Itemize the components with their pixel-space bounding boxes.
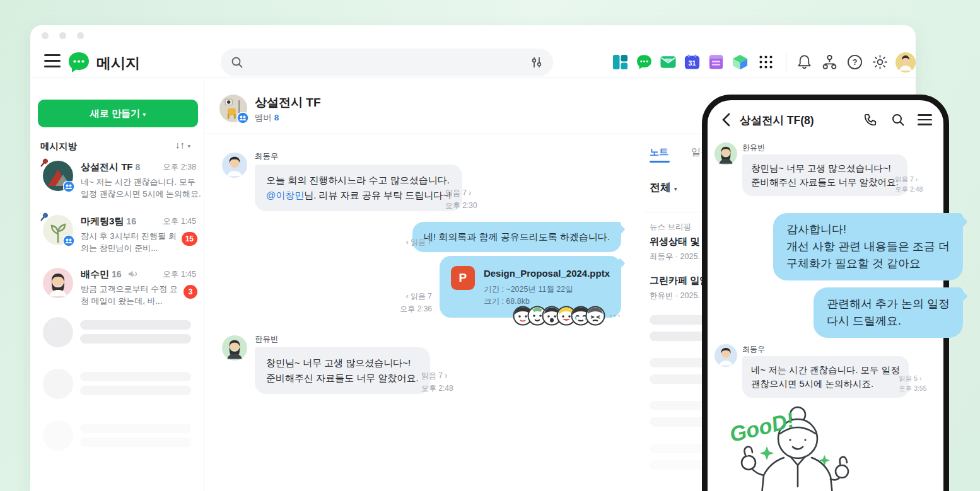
message-time: 오후 2:48 <box>895 185 923 193</box>
phone-mockup: 상설전시 TF(8) 한유빈 창민님~ 너무 고생 많으셨습니다~!준비해주신 … <box>702 95 949 491</box>
read-receipt[interactable]: ‹ 읽음 7오후 2:36 <box>400 290 432 315</box>
tab-underline <box>650 161 670 163</box>
chat-app-icon[interactable] <box>636 54 653 71</box>
caret-down-icon: ▾ <box>143 111 146 118</box>
group-badge-icon <box>237 112 248 124</box>
mention-link[interactable]: @이창민 <box>266 190 304 200</box>
tab-note[interactable]: 노트 <box>650 146 668 158</box>
chat-preview: 방금 고객으로부터 수정 요청 메일이 왔는데, 바... <box>81 283 180 307</box>
search-icon <box>231 56 243 69</box>
pin-icon <box>39 158 50 168</box>
sender-name: 최동우 <box>255 151 279 162</box>
svg-text:?: ? <box>853 58 858 67</box>
file-name: Design_Proposal_2024.pptx <box>484 266 610 281</box>
message-app-logo-icon[interactable] <box>67 50 91 74</box>
member-count[interactable]: 멤버 8 <box>255 112 279 124</box>
chat-list-item-marketing[interactable]: 마케팅3팀16 오후 1:45 잠시 후 3시부터 진행될 회의는 창민님이 준… <box>30 213 204 266</box>
read-receipt[interactable]: 읽음 7 ›오후 2:48 <box>895 174 923 194</box>
sender-avatar <box>222 335 247 361</box>
chatroom-avatar <box>43 268 73 298</box>
message-bubble-outgoing[interactable]: 관련해서 추가 논의 일정다시 드릴께요. <box>814 287 963 338</box>
phone-chat-title: 상설전시 TF(8) <box>740 113 814 128</box>
chatroom-section-title: 메시지방 <box>40 141 77 153</box>
unread-badge: 15 <box>182 232 197 246</box>
call-icon[interactable] <box>863 113 877 127</box>
profile-avatar[interactable] <box>895 52 916 72</box>
header-divider <box>786 53 786 72</box>
good-sticker: GooD! <box>723 398 858 491</box>
message-bubble-outgoing[interactable]: 네! 회의록과 함께 공유드리도록 하겠습니다. <box>412 222 621 252</box>
settings-gear-icon[interactable] <box>872 54 889 71</box>
caret-down-icon: ▾ <box>674 185 677 192</box>
message-time: 오후 2:30 <box>445 201 477 210</box>
message-bubble[interactable]: 네~ 저는 시간 괜찮습니다. 모두 일정괜찮으시면 5시에 논의하시죠. <box>742 356 909 398</box>
sender-avatar <box>715 344 737 367</box>
notes-app-icon[interactable] <box>708 54 725 71</box>
reaction-more[interactable]: ··· <box>609 310 621 321</box>
message-bubble-outgoing[interactable]: 감사합니다!개선 사항 관련 내용들은 조금 더구체화가 필요할 것 같아요 <box>773 213 963 280</box>
notes-filter-dropdown[interactable]: 전체 ▾ <box>650 180 677 195</box>
message-bubble[interactable]: 창민님~ 너무 고생 많으셨습니다~!준비해주신 자료들도 너무 알찼어요. <box>742 154 907 196</box>
calendar-app-icon[interactable]: 31 <box>684 54 701 71</box>
search-bar[interactable] <box>221 49 553 76</box>
message-line: 오늘 회의 진행하시느라 수고 많으셨습니다. <box>266 175 450 185</box>
mute-icon <box>127 269 137 279</box>
back-icon[interactable] <box>720 112 735 128</box>
header-bottom-divider <box>30 77 916 78</box>
group-badge-icon <box>63 235 74 246</box>
window-controls[interactable] <box>42 30 95 42</box>
svg-text:31: 31 <box>689 59 696 67</box>
window-dot[interactable] <box>42 32 49 39</box>
chat-preview: 잠시 후 3시부터 진행될 회의는 창민님이 준비... <box>81 230 180 254</box>
new-message-button[interactable]: 새로 만들기 ▾ <box>38 100 198 127</box>
note-title: 그린카페 일일 <box>650 275 709 287</box>
file-meta: 기간 : ~2025년 11월 22일크기 : 68.8kb <box>484 284 610 308</box>
search-filter-icon[interactable] <box>530 56 543 69</box>
note-item[interactable]: 그린카페 일일 한유빈 · 2025. <box>650 275 709 301</box>
new-message-label: 새로 만들기 <box>90 108 140 118</box>
search-icon[interactable] <box>891 113 905 127</box>
group-badge-icon <box>63 181 74 192</box>
read-receipt[interactable]: 읽음 7 ›오후 2:48 <box>421 369 453 395</box>
chat-list-item-tf[interactable]: 상설전시 TF8 오후 2:38 네~ 저는 시간 괜찮습니다. 모두 일정 괜… <box>30 159 204 212</box>
reaction-row[interactable]: ··· <box>513 306 621 326</box>
hamburger-menu-icon[interactable] <box>44 54 61 67</box>
file-info: Design_Proposal_2024.pptx 기간 : ~2025년 11… <box>484 266 610 308</box>
org-chart-icon[interactable] <box>821 54 838 71</box>
window-dot[interactable] <box>59 32 66 39</box>
page-title: 메시지 <box>96 54 140 73</box>
dashboard-app-icon[interactable] <box>612 54 629 71</box>
notifications-bell-icon[interactable] <box>796 54 813 71</box>
sort-icon[interactable]: ↓↑ ▾ <box>175 139 190 150</box>
chat-time: 오후 1:45 <box>163 216 196 227</box>
mail-app-icon[interactable] <box>660 54 677 71</box>
pptx-file-icon: P <box>451 266 475 290</box>
read-receipt[interactable]: 읽음 7 ›오후 2:30 <box>445 187 477 212</box>
chat-title-row: 상설전시 TF8 <box>81 161 140 173</box>
message-time: 오후 2:48 <box>421 384 453 393</box>
sender-avatar <box>715 142 737 165</box>
sender-name: 최동우 <box>742 344 765 355</box>
drive-app-icon[interactable] <box>732 54 749 71</box>
help-icon[interactable]: ? <box>846 54 863 71</box>
reaction-face-icon <box>585 306 605 326</box>
chatroom-title: 상설전시 TF <box>255 95 321 111</box>
message-line: 님. 리뷰 자료 공유 부탁 드립니다~! <box>304 190 451 200</box>
sender-name: 한유빈 <box>742 142 765 153</box>
read-receipt[interactable]: 읽음 5 ›오후 3:55 <box>899 373 926 393</box>
note-meta: 한유빈 · 2025. <box>650 291 709 301</box>
message-bubble[interactable]: 오늘 회의 진행하시느라 수고 많으셨습니다. @이창민님. 리뷰 자료 공유 … <box>255 165 462 211</box>
message-bubble[interactable]: 창민님~ 너무 고생 많으셨습니다~!준비해주신 자료들도 너무 알찼어요. <box>255 347 430 394</box>
unread-badge: 3 <box>184 285 197 299</box>
chat-time: 오후 2:38 <box>163 162 196 173</box>
sidebar-divider <box>204 78 204 491</box>
chat-list-item-baesumin[interactable]: 배수민16 오후 1:45 방금 고객으로부터 수정 요청 메일이 왔는데, 바… <box>30 266 204 319</box>
phone-menu-icon[interactable] <box>918 114 932 125</box>
search-input[interactable] <box>250 57 524 68</box>
read-receipt[interactable]: ‹ 읽음 7 <box>406 236 432 248</box>
window-dot[interactable] <box>77 32 84 39</box>
apps-grid-icon[interactable] <box>758 54 774 70</box>
message-time: 오후 3:55 <box>899 384 926 392</box>
sender-name: 한유빈 <box>255 334 279 345</box>
pin-icon <box>39 212 50 222</box>
